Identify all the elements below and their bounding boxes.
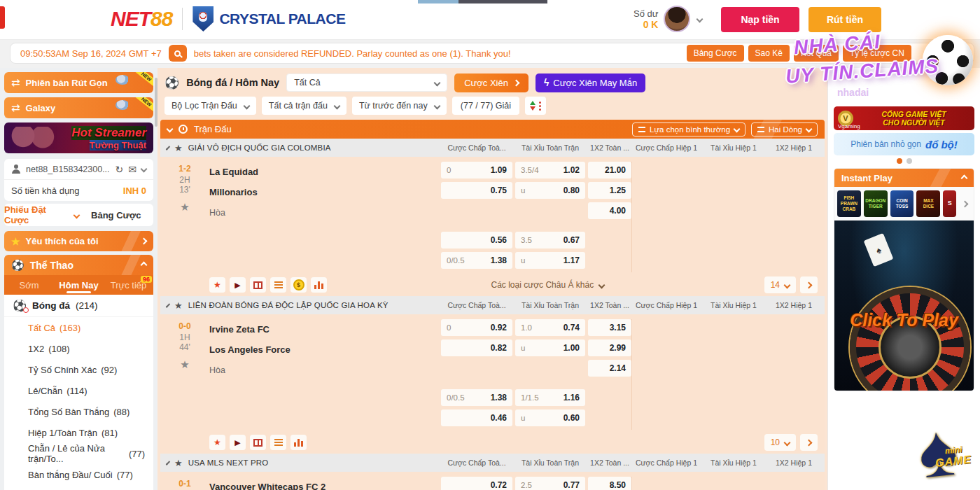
league-header[interactable]: ★USA MLS NEXT PROCược Chấp Toà...Tài Xỉu… [160,454,825,472]
home-team[interactable]: Vancouver Whitecaps FC 2 [209,477,441,490]
game-thumb[interactable]: MAX DICE [916,190,940,217]
instant-play-header[interactable]: Instant Play [834,169,974,187]
favorite-star-icon[interactable]: ★ [180,358,189,371]
game-thumb[interactable]: DRAGON TIGER [864,190,888,217]
sidebar-filter-item[interactable]: Tất Cả(163) [4,317,153,338]
carousel-dots[interactable] [834,158,974,164]
play-icon[interactable]: ▶ [230,277,246,293]
account-area[interactable]: Số dư 0 K [634,6,702,32]
draw-label[interactable]: Hòa [209,360,441,380]
sidebar-filter-item[interactable]: 1X2(108) [4,338,153,359]
sidebar-filter-item[interactable]: Lẻ/Chẵn(114) [4,380,153,401]
star-icon[interactable]: ★ [174,300,183,311]
odds-cell[interactable]: u0.60 [515,410,585,426]
chevron-down-icon[interactable] [167,126,174,133]
sidebar-filter-item[interactable]: Tổng Số Bàn Thắng(88) [4,401,153,422]
odds-cell[interactable]: 0.75 [441,182,512,199]
pitch-icon[interactable] [250,435,266,450]
time-tab[interactable]: Hôm Nay [54,275,104,295]
odds-cell[interactable]: 3.5/41.02 [515,162,585,178]
carousel-dot[interactable] [906,158,912,164]
sidebar-filter-item[interactable]: Hiệp 1/Toàn Trận(81) [4,422,153,443]
home-team[interactable]: La Equidad [209,162,441,182]
time-tab[interactable]: Sớm [4,275,54,295]
favorite-icon[interactable]: ★ [209,435,225,450]
next-page-button[interactable] [800,434,818,451]
play-icon[interactable]: ▶ [230,435,246,450]
odds-cell[interactable]: 1.00.74 [515,319,585,336]
lineup-icon[interactable] [270,277,286,293]
search-button[interactable] [169,45,187,62]
quick-link-button[interactable]: Tỷ lệ cược CN [843,45,911,62]
odds-cell[interactable]: 00.92 [441,319,512,336]
favorites-bar[interactable]: ★ Yêu thích của tôi [4,231,153,251]
odds-cell[interactable]: 0.56 [441,232,512,248]
quick-link-button[interactable]: Bảng Cược [687,45,744,62]
odds-cell[interactable]: 3.50.67 [515,232,585,248]
game-thumb[interactable]: COIN TOSS [890,190,914,217]
hot-streamer-banner[interactable]: Hot Streamer Tường Thuật [4,122,153,153]
lineup-icon[interactable] [270,435,286,450]
odds-cell[interactable]: 8.50 [588,477,631,490]
user-row[interactable]: net88_B158342300... ↻ ✉ [4,159,153,180]
next-page-button[interactable] [800,276,818,293]
odds-cell[interactable]: 0.72 [441,477,512,490]
tab-betslip[interactable]: Phiếu Đặt Cược [4,204,79,226]
lucky-parlay-button[interactable]: ϟ Cược Xiên May Mắn [536,74,645,92]
game-thumb[interactable]: S [943,190,956,217]
refresh-icon[interactable]: ↻ [115,164,124,175]
odds-cell[interactable]: 21.00 [588,162,631,178]
page-select[interactable]: 10 [764,434,796,451]
odds-cell[interactable]: 2.14 [588,360,631,377]
lines-mode-select[interactable]: Hai Dòng [751,122,818,136]
odds-cell[interactable]: 0.46 [441,410,512,426]
chart-icon[interactable] [290,435,307,450]
draw-label[interactable]: Hòa [209,202,441,223]
game-thumb[interactable]: FISH PRAWN CRAB [837,190,861,217]
avatar[interactable] [664,6,690,32]
sports-section-header[interactable]: ⚽ Thể Thao [4,255,153,275]
favorite-star-icon[interactable]: ★ [180,201,189,214]
display-mode-select[interactable]: Lựa chọn bình thường [632,122,746,136]
asia-more-dropdown[interactable]: Các loại cược Châu Á khác [491,280,605,290]
galaxy-button[interactable]: ⇄ Galaxy NEW [4,97,153,118]
odds-cell[interactable]: u0.80 [515,182,585,199]
compact-version-button[interactable]: ⇄ Phiên bản Rút Gọn NEW [4,72,153,93]
odds-cell[interactable]: 1/1.51.16 [515,389,585,406]
dark-mode-label[interactable]: độ nền tối [928,48,968,59]
carousel-dot[interactable] [897,158,902,164]
away-team[interactable]: Millonarios [209,182,441,202]
mail-icon[interactable]: ✉ [128,164,136,175]
page-select[interactable]: 14 [764,276,796,293]
net88-logo[interactable]: NET88 [111,7,172,31]
withdraw-button[interactable]: Rút tiền [808,7,881,32]
odds-cell[interactable]: 1.25 [588,182,631,199]
odds-cell[interactable]: 0/0.51.38 [441,389,512,406]
sort-button[interactable] [525,97,546,115]
tab-bets[interactable]: Bảng Cược [79,204,154,226]
roulette-promo[interactable]: ♠ Click To Play [834,220,974,391]
sidebar-filter-item[interactable]: Bàn thắng Đầu/ Cuối(77) [4,464,153,485]
match-filter-dropdown[interactable]: Tất cả trận đấu [262,97,346,115]
odds-cell[interactable]: 01.09 [441,162,512,178]
chevron-down-icon[interactable] [141,166,148,173]
chevron-down-icon[interactable] [696,15,704,22]
odds-cell[interactable]: 2.99 [588,340,631,356]
time-tab[interactable]: Trực tiếp96 [104,275,153,295]
star-icon[interactable]: ★ [174,458,183,468]
mini-version-banner[interactable]: Phiên bản nhỏ gọn đổ bộ! [834,133,974,155]
quick-link-button[interactable]: Kết Quả [794,45,839,62]
odds-cell[interactable]: 3.15 [588,319,631,336]
odds-cell[interactable]: u1.17 [515,252,585,269]
odds-cell[interactable]: 2.50.77 [515,477,585,490]
crystal-palace-logo[interactable]: CRYSTAL PALACE [192,6,345,31]
away-team[interactable]: Los Angeles Force [209,340,441,360]
thumbs-next-button[interactable] [959,190,971,217]
vgaming-banner[interactable]: V Vgaming CỔNG GAME VIỆT CHO NGƯỜI VIỆT [834,106,974,130]
sidebar-filter-item[interactable]: Tỷ Số Chính Xác(92) [4,359,153,380]
odds-cell[interactable]: u1.00 [515,340,585,356]
odds-cell[interactable]: 0.82 [441,340,512,356]
match-filter-dropdown[interactable]: Bộ Lọc Trận Đấu [164,97,256,115]
favorite-icon[interactable]: ★ [209,277,225,293]
sidebar-item-football[interactable]: ⚽ Bóng đá (214) [4,295,153,317]
